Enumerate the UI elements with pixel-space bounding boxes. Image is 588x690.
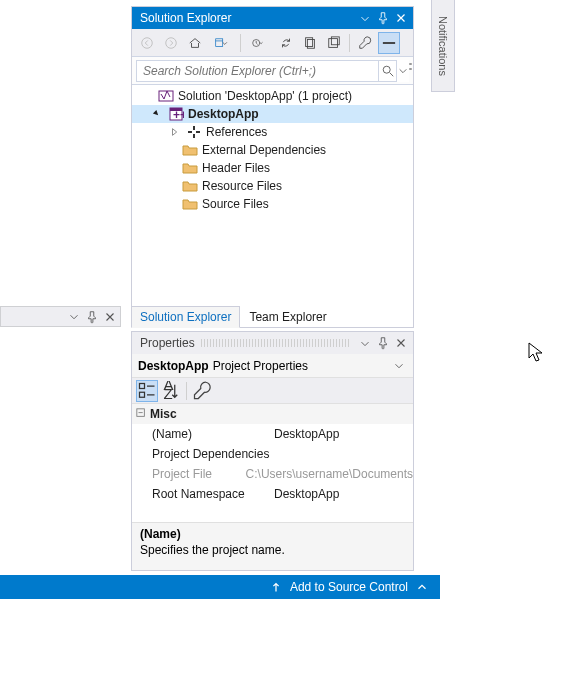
svg-rect-7 [331,36,339,44]
window-menu-icon[interactable] [357,10,373,26]
project-label: DesktopApp [188,107,259,121]
tool-window-tabs: Solution Explorer Team Explorer [131,306,336,328]
category-row[interactable]: Misc [132,404,413,424]
pin-icon[interactable] [84,309,100,325]
property-row-file[interactable]: Project File C:\Users\username\Documents [132,464,413,484]
solution-tree[interactable]: Solution 'DesktopApp' (1 project) ++ Des… [132,85,413,327]
search-icon[interactable] [379,60,397,82]
references-node[interactable]: References [132,123,413,141]
tab-solution-explorer[interactable]: Solution Explorer [131,306,240,328]
svg-rect-17 [193,134,195,138]
description-header: (Name) [140,527,405,541]
svg-rect-15 [196,131,200,133]
subject-name: DesktopApp [138,359,209,373]
folder-icon [182,196,198,212]
tab-team-explorer[interactable]: Team Explorer [240,306,335,328]
properties-button[interactable] [354,32,376,54]
project-node[interactable]: ++ DesktopApp [132,105,413,123]
solution-explorer-title: Solution Explorer [140,11,357,25]
notifications-tab[interactable]: Notifications [431,0,455,92]
window-menu-icon[interactable] [357,335,373,351]
alphabetical-button[interactable]: AZ [160,380,182,402]
subject-type: Project Properties [213,359,308,373]
svg-rect-18 [140,383,145,388]
property-name: Project Dependencies [152,447,272,461]
svg-text:Z: Z [164,384,173,401]
properties-panel: Properties DesktopApp Project Properties… [131,331,414,571]
docked-panel-stub [0,306,121,327]
pin-icon[interactable] [375,335,391,351]
search-input[interactable] [136,60,379,82]
home-button[interactable] [184,32,206,54]
collapse-all-button[interactable] [323,32,345,54]
refresh-button[interactable] [299,32,321,54]
svg-rect-6 [329,38,338,47]
external-deps-node[interactable]: External Dependencies [132,141,413,159]
solution-explorer-search [132,57,413,85]
references-label: References [206,125,267,139]
source-files-node[interactable]: Source Files [132,195,413,213]
dropdown-icon[interactable] [66,309,82,325]
properties-titlebar[interactable]: Properties [132,332,413,354]
properties-subject-row[interactable]: DesktopApp Project Properties [132,354,413,378]
add-to-source-control[interactable]: Add to Source Control [290,580,408,594]
property-row-name[interactable]: (Name) DesktopApp [132,424,413,444]
chevron-up-icon[interactable] [414,579,430,595]
svg-point-9 [383,66,390,73]
folder-icon [182,178,198,194]
header-files-node[interactable]: Header Files [132,159,413,177]
category-label: Misc [150,407,177,421]
solution-node[interactable]: Solution 'DesktopApp' (1 project) [132,87,413,105]
svg-rect-2 [216,38,223,46]
toolbar-separator [186,382,187,400]
source-files-label: Source Files [202,197,269,211]
property-row-deps[interactable]: Project Dependencies [132,444,413,464]
solution-explorer-panel: Solution Explorer Solution 'DesktopA [131,6,414,328]
property-value[interactable]: DesktopApp [272,427,413,441]
toolbar-overflow[interactable] [405,53,415,79]
folder-icon [182,160,198,176]
property-grid[interactable]: Misc (Name) DesktopApp Project Dependenc… [132,404,413,522]
categorized-button[interactable] [136,380,158,402]
solution-icon [158,88,174,104]
svg-rect-8 [383,42,395,44]
show-all-files-button[interactable] [378,32,400,54]
pin-icon[interactable] [375,10,391,26]
property-value[interactable]: DesktopApp [272,487,413,501]
description-body: Specifies the project name. [140,543,405,557]
subject-dropdown-icon[interactable] [391,358,407,374]
sync-active-document-button[interactable] [275,32,297,54]
property-name: Root Namespace [152,487,272,501]
toolbar-separator [349,34,350,52]
close-icon[interactable] [393,335,409,351]
category-collapse-icon[interactable] [136,407,146,421]
toolbar-separator [240,34,241,52]
solution-explorer-toolbar [132,29,413,57]
header-files-label: Header Files [202,161,270,175]
resource-files-node[interactable]: Resource Files [132,177,413,195]
close-icon[interactable] [393,10,409,26]
svg-point-1 [166,37,177,48]
pending-changes-filter-button[interactable] [245,32,273,54]
property-row-namespace[interactable]: Root Namespace DesktopApp [132,484,413,504]
grip-icon [201,339,351,347]
property-name: (Name) [152,427,272,441]
property-name: Project File [152,467,244,481]
properties-toolbar: AZ [132,378,413,404]
status-bar: Add to Source Control [0,575,440,599]
back-button[interactable] [136,32,158,54]
property-pages-button[interactable] [191,380,213,402]
expander-closed-icon[interactable] [168,127,182,137]
expander-open-icon[interactable] [150,109,164,119]
close-icon[interactable] [102,309,118,325]
solution-explorer-titlebar[interactable]: Solution Explorer [132,7,413,29]
forward-button[interactable] [160,32,182,54]
switch-views-button[interactable] [208,32,236,54]
tab-label: Team Explorer [249,310,326,324]
svg-text:++: ++ [173,108,184,122]
tab-label: Solution Explorer [140,310,231,324]
references-icon [186,124,202,140]
property-value: C:\Users\username\Documents [244,467,413,481]
publish-icon[interactable] [268,579,284,595]
svg-rect-16 [193,126,195,130]
